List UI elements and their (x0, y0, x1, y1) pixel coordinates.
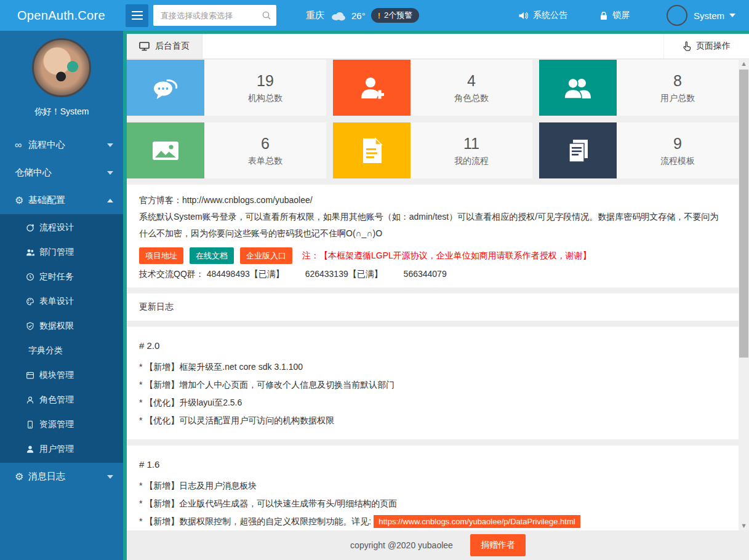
sidebar-item-dict-category[interactable]: 字典分类 (0, 338, 123, 363)
stat-card-org-total[interactable]: 19 机构总数 (127, 60, 326, 116)
stat-value: 11 (463, 135, 479, 153)
weather-temp: 26° (351, 10, 366, 21)
process-design-icon (26, 223, 39, 232)
chevron-down-icon (729, 14, 735, 17)
info-panel: 官方博客：http://www.cnblogs.com/yubaolee/ 系统… (127, 185, 739, 287)
changelog-item: * 【新增】企业版代码生成器，可以快速生成带有头/明细结构的页面 (139, 495, 726, 513)
changelog-v20-panel: # 2.0 * 【新增】框架升级至.net core sdk 3.1.100 *… (127, 327, 739, 439)
app-logo: OpenAuth.Core (0, 9, 123, 23)
palette-icon (26, 297, 39, 306)
gear-icon: ⚙ (15, 194, 28, 206)
sidebar-menu: ∞ 流程中心 仓储中心 ⚙ 基础配置 流程设计 部门管 (0, 131, 123, 490)
license-note: 注：【本框架遵循LGPL开源协议，企业单位如商用请联系作者授权，谢谢】 (302, 250, 591, 262)
base-config-submenu: 流程设计 部门管理 定时任务 表单设计 (0, 214, 123, 463)
info-buttons-row: 项目地址 在线文档 企业版入口 注：【本框架遵循LGPL开源协议，企业单位如商用… (139, 247, 726, 264)
avatar[interactable] (32, 38, 91, 97)
image-icon (127, 122, 204, 178)
changelog-item: * 【优化】升级layui至2.5.6 (139, 394, 726, 412)
lock-icon (599, 11, 608, 20)
blog-label: 官方博客： (139, 195, 182, 205)
stat-card-form-total[interactable]: 6 表单总数 (127, 122, 326, 178)
changelog-item: * 【新增】日志及用户消息板块 (139, 477, 726, 495)
changelog-title: 更新日志 (139, 302, 174, 311)
sidebar-item-form-design[interactable]: 表单设计 (0, 289, 123, 314)
sidebar-item-base-config[interactable]: ⚙ 基础配置 (0, 186, 123, 214)
gear-icon: ⚙ (15, 471, 28, 482)
shield-check-icon (26, 322, 39, 330)
chevron-down-icon (107, 143, 113, 147)
user-icon (26, 445, 39, 454)
sidebar-item-storage-center[interactable]: 仓储中心 (0, 159, 123, 186)
search-icon[interactable] (262, 10, 271, 20)
tab-home[interactable]: 后台首页 (127, 34, 202, 58)
blog-line: 官方博客：http://www.cnblogs.com/yubaolee/ (139, 192, 726, 209)
stat-label: 流程模板 (660, 156, 695, 167)
sidebar-item-process-design[interactable]: 流程设计 (0, 215, 123, 240)
chat-bubble-icon (127, 60, 204, 116)
weather-warning-badge[interactable]: ! 2个预警 (371, 8, 420, 23)
role-icon (26, 396, 39, 404)
sidebar-item-process-center[interactable]: ∞ 流程中心 (0, 131, 123, 159)
sidebar: 你好！System ∞ 流程中心 仓储中心 ⚙ 基础配置 流程设计 (0, 31, 123, 560)
header-search-box (153, 5, 276, 26)
donate-button[interactable]: 捐赠作者 (470, 534, 526, 556)
qq-group: 626433139【已满】 (305, 269, 383, 279)
warning-count: 2个预警 (384, 10, 412, 21)
document-icon (333, 122, 411, 178)
top-header: OpenAuth.Core 重庆 26° ! 2个预警 系统公告 (0, 0, 749, 31)
data-privilege-link[interactable]: https://www.cnblogs.com/yubaolee/p/DataP… (374, 515, 580, 528)
stat-label: 表单总数 (248, 156, 282, 167)
changelog-item: * 【优化】可以灵活配置用户可访问的机构数据权限 (139, 412, 726, 430)
qq-group: 566344079 (404, 269, 447, 279)
sidebar-item-data-permission[interactable]: 数据权限 (0, 314, 123, 338)
changelog-item: * 【新增】增加个人中心页面，可修改个人信息及切换当前默认部门 (139, 376, 726, 394)
clock-icon (26, 273, 39, 281)
stat-value: 9 (673, 135, 682, 153)
sidebar-item-role-mgmt[interactable]: 角色管理 (0, 388, 123, 412)
monitor-icon (139, 42, 150, 51)
stat-card-my-flows[interactable]: 11 我的流程 (333, 122, 532, 178)
enterprise-entry-button[interactable]: 企业版入口 (240, 247, 292, 264)
page-scroll-area: 19 机构总数 4 角色总数 (127, 59, 749, 530)
header-right-group: 系统公告 锁屏 System (486, 5, 749, 26)
stat-value: 6 (261, 135, 270, 153)
infinity-icon: ∞ (15, 140, 28, 151)
system-description: 系统默认System账号登录，可以查看所有权限，如果用其他账号（如：admin/… (139, 209, 726, 242)
system-announcement-button[interactable]: 系统公告 (518, 10, 567, 21)
hand-pointer-icon (683, 41, 691, 51)
module-icon (26, 371, 39, 380)
online-docs-button[interactable]: 在线文档 (190, 247, 234, 264)
documents-icon (539, 122, 617, 178)
hamburger-menu-button[interactable] (126, 4, 148, 27)
sidebar-item-message-log[interactable]: ⚙ 消息日志 (0, 463, 123, 490)
changelog-title-panel: 更新日志 (127, 294, 739, 321)
speaker-icon (518, 11, 529, 20)
qq-label: 技术交流QQ群： (139, 269, 204, 279)
scroll-up-arrow-icon[interactable]: ▲ (739, 59, 749, 68)
sidebar-item-resource-mgmt[interactable]: 资源管理 (0, 412, 123, 437)
search-input[interactable] (159, 10, 262, 21)
changelog-item: * 【新增】框架升级至.net core sdk 3.1.100 (139, 358, 726, 376)
header-avatar[interactable] (667, 5, 687, 26)
sidebar-item-module-mgmt[interactable]: 模块管理 (0, 363, 123, 388)
vertical-scrollbar[interactable]: ▲ ▼ (739, 59, 749, 530)
changelog-v16-panel: # 1.6 * 【新增】日志及用户消息板块 * 【新增】企业版代码生成器，可以快… (127, 446, 739, 530)
lock-screen-button[interactable]: 锁屏 (599, 10, 630, 21)
scrollbar-thumb[interactable] (739, 70, 748, 358)
stat-value: 19 (257, 72, 274, 90)
sidebar-item-department-mgmt[interactable]: 部门管理 (0, 240, 123, 265)
scroll-down-arrow-icon[interactable]: ▼ (739, 521, 749, 530)
stat-card-flow-templates[interactable]: 9 流程模板 (539, 122, 739, 178)
sidebar-item-user-mgmt[interactable]: 用户管理 (0, 437, 123, 462)
blog-link[interactable]: http://www.cnblogs.com/yubaolee/ (182, 195, 313, 205)
stat-value: 8 (673, 72, 682, 90)
sidebar-item-scheduled-tasks[interactable]: 定时任务 (0, 265, 123, 289)
stat-card-user-total[interactable]: 8 用户总数 (539, 60, 739, 116)
stat-card-role-total[interactable]: 4 角色总数 (333, 60, 532, 116)
user-menu[interactable]: System (694, 10, 735, 21)
warning-exclamation-icon: ! (378, 11, 380, 20)
page-operations-button[interactable]: 页面操作 (663, 34, 749, 58)
version-heading: # 2.0 (139, 340, 726, 351)
project-url-button[interactable]: 项目地址 (139, 247, 183, 264)
tab-bar: 后台首页 页面操作 (127, 34, 749, 59)
